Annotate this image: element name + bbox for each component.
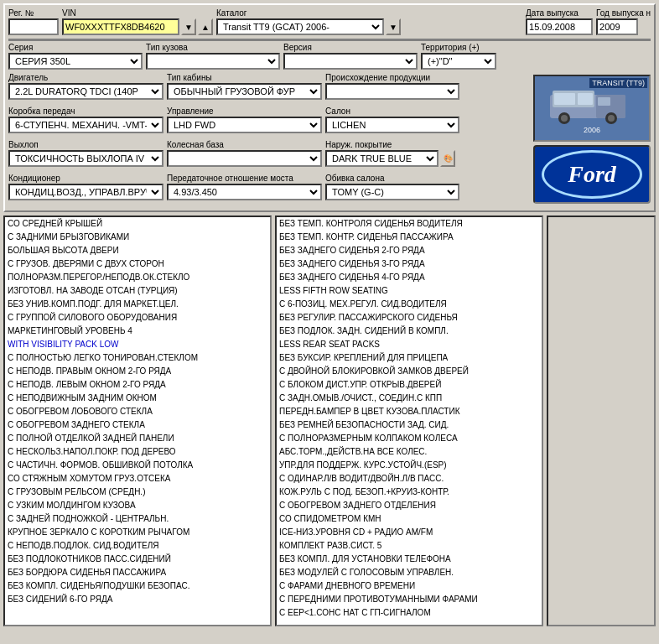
cabin-select[interactable]: ОБЫЧНЫЙ ГРУЗОВОЙ ФУР [167, 83, 322, 100]
left-list-item[interactable]: БЕЗ УНИВ.КОМП.ПОДГ. ДЛЯ МАРКЕТ.ЦЕЛ. [5, 298, 270, 311]
left-list-item[interactable]: МАРКЕТИНГОВЫЙ УРОВЕНЬ 4 [5, 325, 270, 338]
left-list-item[interactable]: БЕЗ ПОДЛОКОТНИКОВ ПАСС.СИДЕНИЙ [5, 553, 270, 566]
catalog-btn[interactable]: ▼ [386, 18, 401, 35]
right-list-item[interactable]: БЕЗ ЗАДНЕГО СИДЕНЬЯ 2-ГО РЯДА [277, 244, 542, 257]
svg-point-6 [608, 115, 615, 122]
vin-up-btn[interactable]: ▲ [198, 18, 213, 35]
left-list-item[interactable]: БЕЗ БОРДЮРА СИДЕНЬЯ ПАССАЖИРА [5, 566, 270, 579]
left-list-item[interactable]: WITH VISIBILITY PACK LOW [5, 338, 270, 351]
exterior-color-select[interactable]: DARK TRUE BLUE [325, 150, 438, 167]
exterior-color-label: Наруж. покрытие [325, 140, 455, 149]
left-list-item[interactable]: С НЕПОДВ.ПОДЛОК. СИД.ВОДИТЕЛЯ [5, 539, 270, 553]
body-type-select[interactable] [146, 53, 280, 70]
vin-input[interactable] [62, 18, 179, 35]
left-list-item[interactable]: С УЗКИМ МОЛДИНГОМ КУЗОВА [5, 499, 270, 512]
right-list-item[interactable]: С ЕЕР<1.СОНС НАТ С ГП-СИГНАЛОМ [277, 606, 542, 620]
engine-select[interactable]: 2.2L DURATORQ TDCI (140Р [8, 83, 163, 100]
right-list-item[interactable]: ПЕРЕДН.БАМПЕР В ЦВЕТ КУЗОВА.ПЛАСТИК [277, 405, 542, 418]
version-label: Версия [283, 43, 418, 52]
left-list-item[interactable]: С ГРУЗОВ. ДВЕРЯМИ С ДВУХ СТОРОН [5, 257, 270, 271]
exhaust-select[interactable]: ТОКСИЧНОСТЬ ВЫХЛОПА IV [8, 150, 163, 167]
left-list-item[interactable]: КРУПНОЕ ЗЕРКАЛО С КОРОТКИМ РЫЧАГОМ [5, 526, 270, 539]
right-list-item[interactable]: БЕЗ БУКСИР. КРЕПЛЕНИЙ ДЛЯ ПРИЦЕПА [277, 351, 542, 365]
left-list-item[interactable]: С ПОЛНОСТЬЮ ЛЕГКО ТОНИРОВАН.СТЕКЛОМ [5, 351, 270, 365]
right-list-item[interactable]: С ДВОЙНОЙ БЛОКИРОВКОЙ ЗАМКОВ ДВЕРЕЙ [277, 365, 542, 378]
left-list-item[interactable]: С ГРУППОЙ СИЛОВОГО ОБОРУДОВАНИЯ [5, 311, 270, 325]
left-list-item[interactable]: БЕЗ КОМПЛ. СИДЕНЬЯ/ПОДУШКИ БЕЗОПАС. [5, 579, 270, 593]
right-list-item[interactable]: С ОДИНАР.Л/В ВОДИТ/ДВОЙН.Л/В ПАСС. [277, 472, 542, 486]
left-list-item[interactable]: С ПОЛНОЙ ОТДЕЛКОЙ ЗАДНЕЙ ПАНЕЛИ [5, 432, 270, 445]
right-list-item[interactable]: БЕЗ КОМПЛ. ДЛЯ УСТАНОВКИ ТЕЛЕФОНА [277, 553, 542, 566]
reg-input[interactable] [8, 18, 59, 35]
steering-select[interactable]: LHD FWD [167, 117, 322, 133]
right-list-item[interactable]: БЕЗ МОДУЛЕЙ С ГОЛОСОВЫМ УПРАВЛЕН. [277, 566, 542, 579]
territory-select[interactable]: (+)"D" [421, 53, 496, 70]
vehicle-image: TRANSIT (TT9) [533, 75, 651, 142]
right-list-item[interactable]: БЕЗ РЕМНЕЙ БЕЗОПАСНОСТИ ЗАД. СИД. [277, 418, 542, 432]
left-list-item[interactable]: С ОБОГРЕВОМ ЗАДНЕГО СТЕКЛА [5, 418, 270, 432]
version-select[interactable] [283, 53, 418, 70]
release-date-input[interactable] [526, 18, 593, 35]
right-list-item[interactable]: ICE-НИЗ.УРОВНЯ CD + РАДИО AM/FM [277, 526, 542, 539]
right-list-item[interactable]: СО СПИДОМЕТРОМ КМН [277, 512, 542, 526]
left-list-item[interactable]: С ЗАДНЕЙ ПОДНОЖКОЙ - ЦЕНТРАЛЬН. [5, 512, 270, 526]
right-list-item[interactable]: С ПОЛНОРАЗМЕРНЫМ КОЛПАКОМ КОЛЕСА [277, 432, 542, 445]
left-list-item[interactable]: С НЕПОДВИЖНЫМ ЗАДНИМ ОКНОМ [5, 392, 270, 405]
right-list-item[interactable]: С БЛОКОМ ДИСТ.УПР. ОТКРЫВ.ДВЕРЕЙ [277, 378, 542, 392]
catalog-select[interactable]: Transit TT9 (GCAT) 2006- [216, 18, 384, 35]
right-list-item[interactable]: БЕЗ ПОДЛОК. ЗАДН. СИДЕНИЙ В КОМПЛ. [277, 325, 542, 338]
interior-select[interactable]: LICHEN [325, 117, 459, 133]
right-list-item[interactable]: АБС.ТОРМ.,ДЕЙСТВ.НА ВСЕ КОЛЕС. [277, 445, 542, 459]
color-pick-btn[interactable]: 🎨 [440, 150, 455, 167]
svg-rect-9 [598, 97, 610, 106]
left-list-item[interactable]: БОЛЬШАЯ ВЫСОТА ДВЕРИ [5, 244, 270, 257]
left-list-item[interactable]: СО СРЕДНЕЙ КРЫШЕЙ [5, 217, 270, 231]
left-list-item[interactable]: С НЕПОДВ. ПРАВЫМ ОКНОМ 2-ГО РЯДА [5, 365, 270, 378]
right-list-item[interactable]: С 6-ПОЗИЦ. МЕХ.РЕГУЛ. СИД.ВОДИТЕЛЯ [277, 298, 542, 311]
left-list-item[interactable]: СО СТЯЖНЫМ ХОМУТОМ ГРУЗ.ОТСЕКА [5, 472, 270, 486]
year-label: Год выпуска н [596, 8, 651, 18]
right-list-item[interactable]: С ФАРАМИ ДНЕВНОГО ВРЕМЕНИ [277, 579, 542, 593]
interior-trim-select[interactable]: TOMY (G-C) [325, 184, 459, 200]
left-list-item[interactable]: ИЗГОТОВЛ. НА ЗАВОДЕ ОТСАН (ТУРЦИЯ) [5, 284, 270, 298]
right-list-item[interactable]: КОЖ.РУЛЬ С ПОД. БЕЗОП.+КРУИЗ-КОНТР. [277, 486, 542, 499]
reg-field-group: Рег. № [8, 8, 59, 35]
ac-label: Кондиционер [8, 174, 163, 183]
right-list-item[interactable]: БЕЗ ТЕМП. КОНТР. СИДЕНЬЯ ПАССАЖИРА [277, 231, 542, 244]
right-list-item[interactable]: УПР.ДЛЯ ПОДДЕРЖ. КУРС.УСТОЙЧ.(ESP) [277, 459, 542, 472]
left-list-item[interactable]: С ЧАСТИЧН. ФОРМОВ. ОБШИВКОЙ ПОТОЛКА [5, 459, 270, 472]
van-svg: 2006 [546, 82, 638, 124]
left-list-item[interactable]: С НЕСКОЛЬЗ.НАПОЛ.ПОКР. ПОД ДЕРЕВО [5, 445, 270, 459]
right-list-item[interactable]: LESS REAR SEAT PACKS [277, 338, 542, 351]
right-list-item[interactable]: БЕЗ РЕГУЛИР. ПАССАЖИРСКОГО СИДЕНЬЯ [277, 311, 542, 325]
vehicle-panel: TRANSIT (TT9) [533, 75, 651, 204]
ac-select[interactable]: КОНДИЦ.ВОЗД., УПРАВЛ.ВРУЧН [8, 184, 163, 200]
right-list-item[interactable]: С ПЕРЕДНИМИ ПРОТИВОТУМАННЫМИ ФАРАМИ [277, 593, 542, 606]
origin-select[interactable] [325, 83, 459, 100]
left-list-item[interactable]: С ОБОГРЕВОМ ЛОБОВОГО СТЕКЛА [5, 405, 270, 418]
vehicle-year: 2006 [584, 126, 600, 134]
year-field-group: Год выпуска н [596, 8, 651, 35]
wheelbase-select[interactable] [167, 150, 322, 167]
right-list-item[interactable]: БЕЗ ТЕМП. КОНТРОЛЯ СИДЕНЬЯ ВОДИТЕЛЯ [277, 217, 542, 231]
right-list-item[interactable]: С ЗАДН.ОМЫВ./ОЧИСТ., СОЕДИН.С КПП [277, 392, 542, 405]
axle-ratio-select[interactable]: 4.93/3.450 [167, 184, 322, 200]
left-list-item[interactable]: С ЗАДНИМИ БРЫЗГОВИКАМИ [5, 231, 270, 244]
left-list-item[interactable]: БЕЗ СИДЕНИЙ 6-ГО РЯДА [5, 593, 270, 606]
vin-down-btn[interactable]: ▼ [181, 18, 196, 35]
right-list-item[interactable]: С ОБОГРЕВОМ ЗАДНЕГО ОТДЕЛЕНИЯ [277, 499, 542, 512]
steering-label: Управление [167, 106, 322, 116]
left-list-item[interactable]: С НЕПОДВ. ЛЕВЫМ ОКНОМ 2-ГО РЯДА [5, 378, 270, 392]
right-list-item[interactable]: КОМПЛЕКТ РАЗВ.СИСТ. 5 [277, 539, 542, 553]
right-list[interactable]: БЕЗ ТЕМП. КОНТРОЛЯ СИДЕНЬЯ ВОДИТЕЛЯБЕЗ Т… [275, 216, 543, 626]
right-list-item[interactable]: LESS FIFTH ROW SEATING [277, 284, 542, 298]
left-list[interactable]: СО СРЕДНЕЙ КРЫШЕЙС ЗАДНИМИ БРЫЗГОВИКАМИБ… [3, 216, 272, 626]
year-input[interactable] [596, 18, 638, 35]
left-list-item[interactable]: ПОЛНОРАЗМ.ПЕРЕГОР./НЕПОДВ.ОК.СТЕКЛО [5, 271, 270, 284]
vin-field-group: VIN ▼ ▲ [62, 8, 213, 35]
right-list-item[interactable]: БЕЗ ЗАДНЕГО СИДЕНЬЯ 3-ГО РЯДА [277, 257, 542, 271]
series-select[interactable]: СЕРИЯ 350L [8, 53, 143, 70]
right-list-item[interactable]: БЕЗ ЗАДНЕГО СИДЕНЬЯ 4-ГО РЯДА [277, 271, 542, 284]
left-list-item[interactable]: С ГРУЗОВЫМ РЕЛЬСОМ (СРЕДН.) [5, 486, 270, 499]
gearbox-select[interactable]: 6-СТУПЕНЧ. МЕХАНИЧ. -VMT-6 [8, 117, 163, 133]
